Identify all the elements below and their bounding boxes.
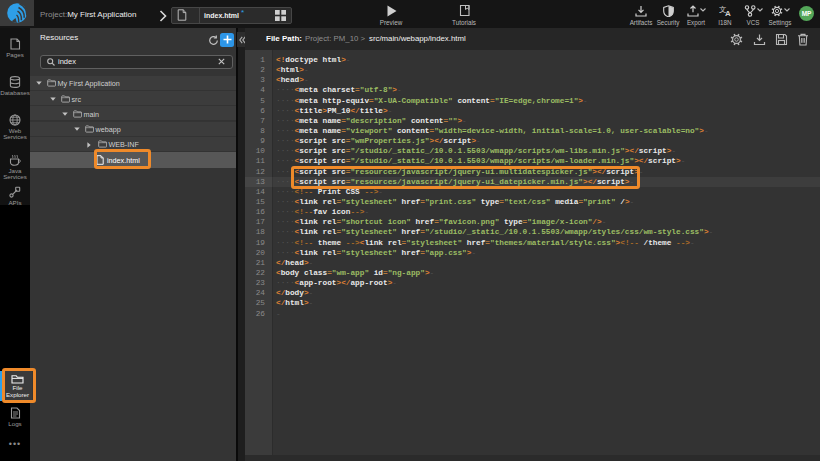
svg-text:A: A — [725, 9, 731, 17]
